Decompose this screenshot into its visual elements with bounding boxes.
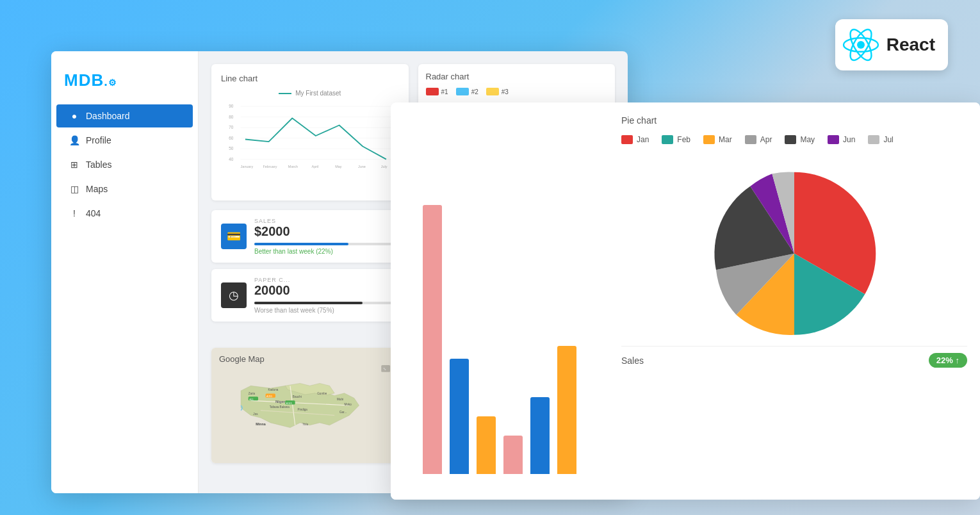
legend-dot-apr <box>745 135 756 144</box>
legend-mar: Mar <box>703 135 732 144</box>
svg-text:Mubi: Mubi <box>337 398 343 402</box>
svg-text:Kaduna: Kaduna <box>268 388 278 391</box>
bar-2 <box>450 359 469 474</box>
legend-dot-jun <box>828 135 839 144</box>
stat-info-paper: PAPER C... 20000 Worse than last week (7… <box>254 277 399 314</box>
map-title: Google Map <box>219 354 265 364</box>
stats-column: 💳 SALES $2000 Better than last week (22%… <box>211 210 409 339</box>
svg-text:A11: A11 <box>249 398 254 401</box>
svg-text:Yola: Yola <box>302 423 308 426</box>
stat-progress-fill-paper <box>254 302 363 304</box>
bar-chart-inner <box>391 102 608 500</box>
svg-text:April: April <box>312 165 319 168</box>
svg-text:Minna: Minna <box>256 422 266 426</box>
404-icon: ! <box>69 208 79 218</box>
pie-chart-svg <box>673 154 916 346</box>
sidebar-item-profile[interactable]: 👤 Profile <box>56 129 193 152</box>
sidebar-item-tables-label: Tables <box>86 159 111 170</box>
stat-label-paper: PAPER C... <box>254 277 399 283</box>
react-icon <box>842 26 880 64</box>
legend-apr: Apr <box>745 135 772 144</box>
bar-1 <box>423 205 442 474</box>
maps-icon: ◫ <box>69 184 79 194</box>
svg-text:March: March <box>288 165 298 168</box>
line-chart-card: Line chart My First dataset 90 80 70 60 … <box>211 64 409 200</box>
stat-progress-paper <box>254 302 399 304</box>
svg-text:Pindiga: Pindiga <box>298 408 308 411</box>
stat-card-paper: ◷ PAPER C... 20000 Worse than last week … <box>211 269 409 322</box>
radar-legend-2: #2 <box>456 88 478 95</box>
stat-progress-sales <box>254 243 399 245</box>
svg-text:Gar...: Gar... <box>339 411 347 414</box>
map-placeholder: Nigeria Zaria Kaduna Bauchi Gombe Jos Ta… <box>211 348 409 463</box>
line-chart-legend-label: My First dataset <box>295 90 341 97</box>
legend-dot-jan <box>621 135 633 144</box>
pie-chart-title: Pie chart <box>621 115 967 126</box>
svg-text:Gombe: Gombe <box>317 392 327 395</box>
svg-text:40: 40 <box>229 157 234 161</box>
line-chart-legend: My First dataset <box>221 90 399 97</box>
legend-label-may: May <box>800 135 815 144</box>
svg-text:Tafawa Balewa: Tafawa Balewa <box>270 405 290 409</box>
legend-jan: Jan <box>621 135 649 144</box>
svg-text:January: January <box>241 165 254 168</box>
svg-text:June: June <box>358 165 366 168</box>
svg-text:Moko: Moko <box>345 403 352 406</box>
sidebar-item-dashboard-label: Dashboard <box>86 111 130 121</box>
legend-label-jun: Jun <box>843 135 855 144</box>
map-svg: Nigeria Zaria Kaduna Bauchi Gombe Jos Ta… <box>211 348 409 463</box>
stat-sub-paper: Worse than last week (75%) <box>254 307 399 314</box>
legend-line-color <box>279 93 291 94</box>
tables-icon: ⊞ <box>69 159 79 170</box>
bar-chart-section <box>391 102 608 500</box>
bar-3 <box>477 416 496 474</box>
sidebar-item-404[interactable]: ! 404 <box>56 202 193 225</box>
svg-point-0 <box>857 41 865 49</box>
sidebar-item-maps[interactable]: ◫ Maps <box>56 177 193 200</box>
sales-row: Sales 22% ↑ <box>621 346 967 368</box>
react-badge: React <box>835 19 948 70</box>
svg-text:Bauchi: Bauchi <box>293 396 302 399</box>
svg-text:July: July <box>381 165 388 168</box>
line-chart-title: Line chart <box>221 74 399 83</box>
legend-jun: Jun <box>828 135 855 144</box>
react-label: React <box>886 35 935 55</box>
svg-text:May: May <box>335 165 342 168</box>
right-panel: Pie chart Jan Feb Mar Apr May <box>391 102 980 500</box>
legend-dot-feb <box>662 135 673 144</box>
legend-may: May <box>785 135 815 144</box>
legend-feb: Feb <box>662 135 690 144</box>
bar-5 <box>530 397 550 474</box>
sidebar-item-404-label: 404 <box>86 208 101 218</box>
svg-text:50: 50 <box>229 146 234 151</box>
sidebar-item-tables[interactable]: ⊞ Tables <box>56 153 193 176</box>
legend-label-feb: Feb <box>677 135 690 144</box>
legend-label-apr: Apr <box>760 135 772 144</box>
svg-text:90: 90 <box>229 104 234 108</box>
legend-dot-may <box>785 135 796 144</box>
line-chart-svg: 90 80 70 60 50 40 January February March <box>221 101 399 171</box>
pie-legend: Jan Feb Mar Apr May Jun <box>621 135 967 144</box>
legend-dot-jul <box>868 135 879 144</box>
legend-label-jul: Jul <box>883 135 893 144</box>
svg-text:February: February <box>263 165 277 168</box>
sidebar-item-dashboard[interactable]: ● Dashboard <box>56 104 193 127</box>
stat-card-sales: 💳 SALES $2000 Better than last week (22%… <box>211 210 409 263</box>
profile-icon: 👤 <box>69 135 79 145</box>
svg-text:Zaria: Zaria <box>249 392 256 395</box>
stat-icon-sales: 💳 <box>221 224 247 249</box>
stat-icon-paper: ◷ <box>221 282 247 308</box>
radar-legend-1: #1 <box>426 88 448 95</box>
stat-value-sales: $2000 <box>254 224 399 239</box>
radar-legend-3: #3 <box>486 88 509 95</box>
bar-4 <box>503 436 523 474</box>
legend-label-jan: Jan <box>637 135 649 144</box>
sidebar-item-maps-label: Maps <box>86 184 108 194</box>
svg-text:60: 60 <box>229 136 234 140</box>
sales-title: Sales <box>621 356 644 366</box>
svg-text:80: 80 <box>229 115 234 119</box>
sales-badge: 22% ↑ <box>929 353 967 368</box>
sidebar: MDB.⚙ ● Dashboard 👤 Profile ⊞ Tables ◫ M… <box>51 51 199 493</box>
sidebar-item-profile-label: Profile <box>86 135 111 145</box>
stat-sub-sales: Better than last week (22%) <box>254 248 399 255</box>
